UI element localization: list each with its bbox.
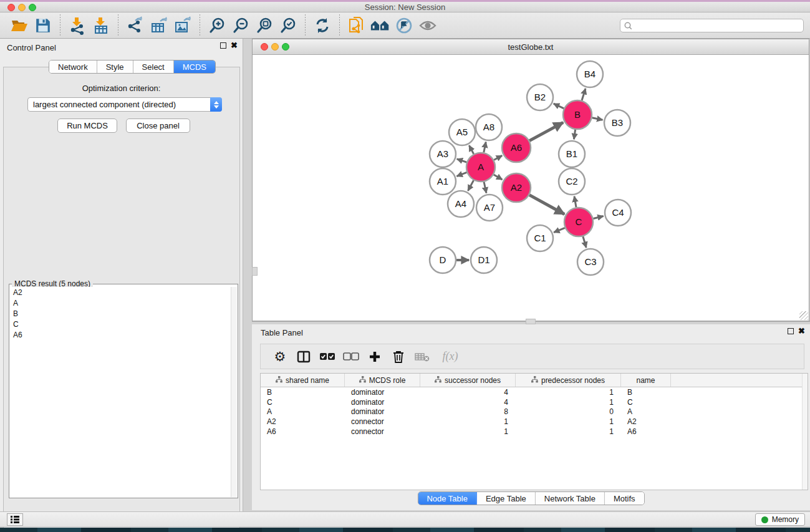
- horizontal-split-handle[interactable]: [526, 319, 536, 324]
- criterion-dropdown[interactable]: largest connected component (directed): [27, 97, 222, 112]
- graph-edge-A-A1[interactable]: [456, 172, 466, 176]
- graph-edge-C-C3[interactable]: [583, 236, 586, 248]
- tab-network-table[interactable]: Network Table: [536, 492, 605, 505]
- table-row[interactable]: A2connector11A2: [261, 417, 808, 427]
- graph-node-B4[interactable]: B4: [577, 61, 603, 87]
- graph-edge-B-B2[interactable]: [554, 104, 564, 109]
- table-cell[interactable]: 1: [420, 427, 516, 436]
- zoom-fit-icon[interactable]: [254, 15, 275, 36]
- zoom-in-icon[interactable]: [206, 15, 228, 36]
- mcds-result-item[interactable]: C: [10, 319, 229, 329]
- tab-motifs[interactable]: Motifs: [605, 492, 644, 505]
- show-column-icon[interactable]: [294, 347, 313, 366]
- table-row[interactable]: Cdominator41C: [261, 397, 808, 407]
- open-file-icon[interactable]: [9, 15, 30, 36]
- tab-node-table[interactable]: Node Table: [418, 492, 477, 505]
- graph-node-A4[interactable]: A4: [448, 191, 474, 217]
- graph-node-D[interactable]: D: [430, 247, 456, 273]
- graph-node-B2[interactable]: B2: [527, 84, 553, 110]
- graph-node-C[interactable]: C: [564, 208, 593, 236]
- mcds-result-item[interactable]: A: [10, 297, 229, 308]
- table-cell[interactable]: 4: [420, 398, 516, 407]
- close-panel-icon[interactable]: ✖: [231, 42, 238, 49]
- graph-edge-B-B1[interactable]: [574, 130, 575, 139]
- search-field[interactable]: [620, 19, 804, 32]
- column-header-MCDS-role[interactable]: MCDS role: [345, 374, 420, 387]
- graph-node-A3[interactable]: A3: [430, 141, 456, 167]
- delete-table-icon[interactable]: [413, 347, 432, 366]
- network-canvas[interactable]: B4B2BB3A5A8A6A3B1AA1C2A2A4A7C4CC1C3DD1: [253, 55, 809, 321]
- table-cell[interactable]: 1: [516, 398, 621, 407]
- float-table-panel-icon[interactable]: [788, 328, 794, 334]
- delete-icon[interactable]: [389, 347, 408, 366]
- graph-edge-A-A6[interactable]: [494, 155, 502, 160]
- table-cell[interactable]: 1: [420, 417, 516, 426]
- table-cell[interactable]: A2: [261, 417, 345, 426]
- zoom-out-icon[interactable]: [230, 15, 251, 36]
- graph-node-A2[interactable]: A2: [502, 173, 531, 202]
- table-cell[interactable]: connector: [345, 417, 420, 426]
- tab-network[interactable]: Network: [49, 60, 97, 73]
- graph-edge-A-A2[interactable]: [494, 175, 503, 180]
- export-table-icon[interactable]: [148, 15, 170, 36]
- table-cell[interactable]: A2: [621, 417, 671, 426]
- refresh-icon[interactable]: [312, 15, 333, 36]
- graph-node-A1[interactable]: A1: [430, 168, 456, 195]
- mcds-result-item[interactable]: A2: [10, 287, 229, 297]
- graph-node-C2[interactable]: C2: [559, 168, 585, 195]
- tab-mcds[interactable]: MCDS: [174, 60, 215, 73]
- show-all-networks-icon[interactable]: [370, 15, 391, 36]
- table-row[interactable]: A6connector11A6: [261, 427, 808, 437]
- graph-node-B1[interactable]: B1: [559, 141, 585, 167]
- export-network-icon[interactable]: [125, 15, 146, 36]
- graph-edge-C-C2[interactable]: [574, 196, 576, 208]
- task-history-button[interactable]: [7, 513, 23, 526]
- search-input[interactable]: [633, 20, 803, 31]
- graph-edge-A-A4[interactable]: [468, 180, 473, 191]
- graph-node-B[interactable]: B: [563, 100, 592, 129]
- graph-edge-B-B4[interactable]: [582, 89, 586, 100]
- graph-edge-A-A7[interactable]: [484, 181, 486, 193]
- table-cell[interactable]: B: [261, 388, 345, 397]
- save-session-icon[interactable]: [32, 15, 54, 36]
- graph-node-A[interactable]: A: [466, 153, 495, 181]
- table-cell[interactable]: 0: [516, 407, 621, 416]
- import-network-icon[interactable]: [67, 15, 88, 36]
- settings-gear-icon[interactable]: ⚙: [271, 347, 289, 366]
- function-builder-icon[interactable]: f(x): [436, 347, 464, 366]
- table-cell[interactable]: 1: [516, 417, 621, 426]
- graph-edge-A6-B[interactable]: [529, 122, 563, 140]
- graph-node-C4[interactable]: C4: [605, 200, 631, 226]
- hide-flags-icon[interactable]: [393, 15, 415, 36]
- memory-button[interactable]: Memory: [755, 513, 805, 526]
- table-scrollbar[interactable]: [802, 374, 808, 490]
- graph-edge-A2-C[interactable]: [529, 195, 564, 215]
- table-cell[interactable]: C: [261, 398, 345, 407]
- table-cell[interactable]: 1: [516, 388, 621, 397]
- graph-edge-C-C4[interactable]: [593, 216, 603, 219]
- graph-edge-A-A5[interactable]: [469, 145, 473, 154]
- export-image-icon[interactable]: [172, 15, 193, 36]
- tab-edge-table[interactable]: Edge Table: [477, 492, 536, 505]
- table-cell[interactable]: B: [621, 388, 671, 397]
- graph-node-A5[interactable]: A5: [449, 119, 475, 145]
- mcds-result-item[interactable]: B: [10, 308, 229, 319]
- graph-node-C1[interactable]: C1: [527, 225, 553, 251]
- table-cell[interactable]: C: [621, 398, 671, 407]
- window-resize-grip[interactable]: [799, 311, 808, 320]
- vertical-split-handle[interactable]: [252, 267, 258, 276]
- table-cell[interactable]: A6: [621, 427, 671, 436]
- table-cell[interactable]: connector: [345, 427, 420, 436]
- tab-style[interactable]: Style: [97, 60, 133, 73]
- graph-edge-B-B3[interactable]: [592, 118, 603, 120]
- table-cell[interactable]: dominator: [345, 388, 420, 397]
- unselect-all-columns-icon[interactable]: [342, 347, 360, 366]
- column-header-name[interactable]: name: [621, 374, 671, 387]
- close-panel-button[interactable]: Close panel: [126, 118, 190, 133]
- show-hide-icon[interactable]: [417, 15, 438, 36]
- table-cell[interactable]: 8: [420, 407, 516, 416]
- mcds-result-item[interactable]: A6: [10, 329, 229, 340]
- graph-edge-A-A8[interactable]: [484, 142, 486, 153]
- select-all-columns-icon[interactable]: [318, 347, 337, 366]
- graph-node-A8[interactable]: A8: [476, 114, 502, 140]
